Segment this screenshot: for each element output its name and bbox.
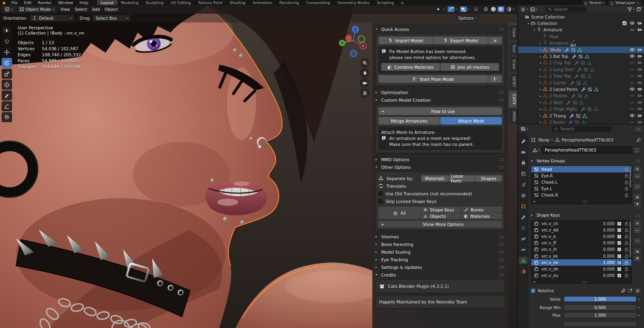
toggle-ortho-button[interactable] [360, 88, 369, 98]
sidebar-tab-item[interactable]: Item [509, 25, 518, 41]
workspace-tab-rendering[interactable]: Rendering [276, 0, 303, 5]
shape-key-row[interactable]: vrc.v_ih0.000✓ [531, 246, 632, 253]
outliner-row[interactable]: ▸2 Pasties [518, 93, 644, 99]
start-pose-mode-button[interactable]: Start Pose Mode [378, 75, 488, 83]
viewport-3d[interactable]: ▾ Object Mode▾ ViewSelectAddObject ▾ ▾ ▾… [0, 5, 518, 328]
separate-shapes-button[interactable]: Shapes [475, 175, 502, 182]
workspace-tab-texture-paint[interactable]: Texture Paint [194, 0, 226, 5]
outliner-row[interactable]: Pose [518, 33, 644, 40]
shape-keys-panel-header[interactable]: ▾Shape Keys [531, 211, 641, 219]
workspace-tab-compositing[interactable]: Compositing [303, 0, 334, 5]
add-cube-tool-button[interactable] [2, 112, 12, 122]
hide-eye-icon[interactable] [630, 53, 635, 59]
fake-user-shield-icon[interactable] [632, 146, 641, 154]
import-model-button[interactable]: Import Model [378, 37, 433, 44]
overlays-toggle-group[interactable]: ▾ [459, 6, 470, 12]
add-workspace-button[interactable]: + [398, 0, 407, 5]
workspace-tab-shading[interactable]: Shading [226, 0, 249, 5]
topbar-menu-render[interactable]: Render [35, 0, 55, 5]
workspace-tab-sculpting[interactable]: Sculpting [142, 0, 167, 5]
section-optimization[interactable]: ▸Optimization [376, 88, 505, 96]
shape-key-mute-checkbox[interactable]: ✓ [617, 267, 621, 271]
combine-materials-button[interactable]: ◐Combine Materials [381, 63, 440, 71]
sidebar-tab-mmd[interactable]: MMD [509, 109, 518, 124]
topbar-menu-help[interactable]: Help [76, 0, 92, 5]
properties-tab-material[interactable] [519, 268, 528, 275]
expand-icon[interactable]: ▸ [539, 114, 543, 117]
shape-key-mute-checkbox[interactable]: ✓ [617, 260, 621, 265]
translate-shape-keys-button[interactable]: Shape Keys [421, 207, 461, 213]
shape-key-row[interactable]: vrc.v_dd0.000✓ [531, 227, 632, 233]
shape-key-mute-checkbox[interactable]: ✓ [617, 254, 621, 258]
shading-wireframe-icon[interactable] [482, 6, 489, 12]
display-mode-dropdown[interactable]: ▾ [520, 7, 528, 12]
workspace-tab-modeling[interactable]: Modeling [118, 0, 142, 5]
scene-selector[interactable]: ○ Scene ▾ [582, 0, 606, 5]
outliner-row[interactable]: ▸1 Tube Top [518, 73, 644, 80]
visibility-checkbox[interactable] [622, 20, 627, 27]
shape-key-mute-checkbox[interactable]: ✓ [617, 221, 621, 226]
vertex-groups-panel-header[interactable]: ▾Vertex Groups [531, 157, 641, 164]
shape-key-mute-checkbox[interactable]: ✓ [617, 228, 621, 232]
datablock-name-input[interactable]: PersephoneHeadTTW.003 [542, 146, 632, 154]
outliner-row[interactable]: ▸2 Thong [518, 113, 644, 119]
topbar-menu-edit[interactable]: Edit [21, 0, 35, 5]
render-visibility-icon[interactable] [637, 86, 642, 92]
vertex-select-icon[interactable] [627, 288, 633, 293]
outliner-row[interactable]: ▸1 Crop Top [518, 60, 644, 66]
range-max-field[interactable]: 1.000 [564, 312, 636, 318]
orientation-dropdown[interactable]: Default▾ [30, 15, 74, 21]
render-visibility-icon[interactable] [637, 47, 642, 53]
properties-search-input[interactable]: Search [551, 126, 612, 132]
section-model-scaling[interactable]: ▸Model Scaling [376, 248, 505, 256]
translate-all-button[interactable]: ◎ All [378, 207, 421, 219]
scale-tool-button[interactable] [2, 69, 12, 79]
render-visibility-icon[interactable] [637, 106, 642, 112]
expand-icon[interactable]: ▸ [539, 101, 543, 104]
vg-add-button[interactable]: + [634, 166, 641, 172]
filter-dropdown[interactable]: ▾ [627, 7, 635, 12]
shape-key-row[interactable]: vrc.v_e0.000✓ [531, 233, 632, 240]
expand-icon[interactable]: ▾ [526, 22, 530, 25]
workspace-tab-scripting[interactable]: Scripting [373, 0, 397, 5]
hidden-eye-icon[interactable] [630, 106, 635, 112]
render-visibility-icon[interactable] [637, 93, 642, 99]
hidden-eye-icon[interactable] [630, 119, 635, 124]
attach-mesh-tab[interactable]: Attach Mesh [440, 117, 502, 125]
selectability-icon[interactable] [436, 6, 442, 12]
shading-material-icon[interactable] [497, 6, 504, 12]
workspace-tab-geometry-nodes[interactable]: Geometry Nodes [334, 0, 373, 5]
render-visibility-icon[interactable] [637, 53, 642, 59]
outliner-row[interactable]: ▸2 Skirt [518, 99, 644, 106]
outliner-row[interactable]: ▸2 Thigh Highs [518, 106, 644, 112]
use-old-translations-row[interactable]: Use Old Translations (not recommended) [378, 190, 502, 197]
vg-remove-button[interactable]: − [634, 173, 641, 179]
expand-icon[interactable]: ▸ [539, 121, 543, 124]
topbar-menu-window[interactable]: Window [55, 0, 76, 5]
import-menu-button[interactable]: ≡ [488, 37, 502, 44]
hide-eye-icon[interactable] [630, 47, 635, 53]
render-visibility-icon[interactable] [637, 80, 642, 86]
how-to-use-button[interactable]: → How to use [378, 107, 502, 115]
properties-tab-render[interactable] [519, 148, 528, 156]
hidden-eye-icon[interactable] [630, 67, 635, 73]
visibility-toggle-group[interactable]: ▾ [435, 6, 446, 12]
navigation-gizmo[interactable]: Z Y X [336, 25, 368, 57]
outliner-row[interactable]: ▸2 Laced Pants [518, 86, 644, 92]
breadcrumb-data[interactable]: PersephoneHeadTTW.003 [562, 138, 613, 142]
join-meshes-button[interactable]: Join all meshes [440, 63, 499, 71]
cursor-tool-button[interactable] [2, 36, 12, 46]
outliner-row[interactable]: ▾Collection [518, 20, 644, 27]
outliner-row[interactable]: Scene Collection [518, 14, 644, 20]
show-more-options-button[interactable]: + Show More Options [378, 221, 502, 228]
hidden-eye-icon[interactable] [630, 27, 635, 33]
new-collection-button[interactable] [636, 6, 642, 12]
vg-move-up-button[interactable]: ▲ [634, 194, 641, 200]
expand-icon[interactable]: ▸ [539, 68, 543, 71]
filter-type-dropdown[interactable]: ▾ [530, 7, 538, 12]
shape-key-mute-checkbox[interactable]: ✓ [617, 273, 621, 278]
properties-tab-modifiers[interactable] [519, 213, 528, 221]
outliner-row[interactable]: ▾Armature [518, 27, 644, 33]
transform-tool-button[interactable] [2, 80, 12, 90]
expand-icon[interactable]: ▸ [539, 88, 543, 91]
